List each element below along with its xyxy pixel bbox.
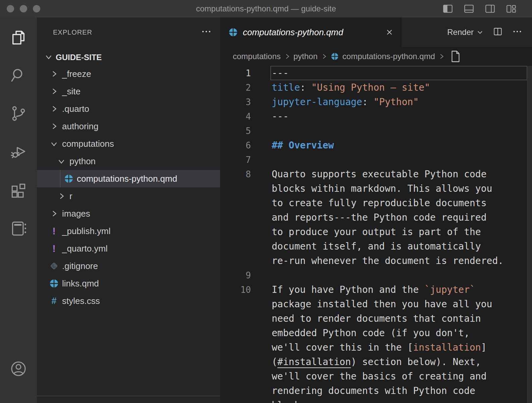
tree-item-styles-css[interactable]: #styles.css [37,292,220,310]
tree-item--quarto-yml[interactable]: !_quarto.yml [37,240,220,257]
code-row[interactable]: (#installation) section below). Next, [220,355,532,369]
code-row[interactable]: 3jupyter-language: "Python" [220,95,532,109]
line-number: 10 [220,285,272,295]
close-icon[interactable] [385,28,394,37]
code-row[interactable]: rendering documents with Python code [220,384,532,398]
code-row[interactable]: to produce your output is part of the [220,225,532,239]
tree-item-r[interactable]: r [37,187,220,205]
code-text: "Using Python — site" [311,82,430,93]
code-row[interactable]: 8Quarto supports executable Python code [220,167,532,181]
chevron-right-icon [438,53,445,60]
code-row[interactable]: 2title: "Using Python — site" [220,80,532,95]
code-text: embedded Python code (if you don't, [272,327,470,339]
line-number: 6 [220,140,272,150]
tree-item-label: computations [62,139,114,149]
code-row[interactable]: re-run whenever the document is rendered… [220,254,532,268]
line-number: 3 [220,97,272,107]
code-text: --- [272,111,289,122]
code-text: installation [413,342,481,353]
code-row[interactable]: 4--- [220,109,532,124]
account-icon[interactable] [9,359,28,378]
code-row[interactable]: blocks. [220,398,532,403]
toggle-panel-icon[interactable] [463,3,475,15]
code-text: ] [481,342,487,353]
breadcrumb-item-python[interactable]: python [294,52,318,61]
file-tree: _freeze_site.quartoauthoringcomputations… [37,65,220,310]
code-text: `jupyter` [424,284,475,295]
tree-section-guide-site[interactable]: GUIDE-SITE [37,50,220,65]
code-text: ## Overview [272,140,334,151]
explorer-more-actions-icon[interactable] [201,26,212,39]
minimize-button[interactable] [20,5,27,12]
editor-scrollbar[interactable] [527,66,532,403]
code-row[interactable]: to create fully reproducible documents [220,196,532,210]
tab-computations-python[interactable]: computations-python.qmd [220,17,402,47]
tree-item-python[interactable]: python [37,152,220,170]
search-icon[interactable] [9,66,28,85]
line-number: 9 [220,270,272,280]
code-row[interactable]: blocks within markdown. This allows you [220,181,532,196]
source-control-icon[interactable] [9,104,28,123]
close-button[interactable] [7,5,14,12]
quarto-icon [330,52,339,61]
code-row[interactable]: 7 [220,152,532,167]
code-text: document itself, and is automatically [272,241,481,252]
code-row[interactable]: need to render documents that contain [220,311,532,326]
tree-item--gitignore[interactable]: .gitignore [37,257,220,275]
code-text: "Python" [373,96,419,107]
tree-item-images[interactable]: images [37,205,220,222]
git-file-icon [49,261,59,271]
code-row[interactable]: 10If you have Python and the `jupyter` [220,282,532,297]
toggle-primary-sidebar-icon[interactable] [442,3,454,15]
tree-item--publish-yml[interactable]: !_publish.yml [37,222,220,240]
code-row[interactable]: 5 [220,124,532,138]
tree-item-computations-python-qmd[interactable]: computations-python.qmd [37,170,220,187]
code-text: to create fully reproducible documents [272,197,487,209]
line-number: 4 [220,111,272,122]
code-row[interactable]: we'll cover this in the [installation] [220,340,532,355]
render-button[interactable]: Render [447,28,484,37]
line-number: 8 [220,169,272,179]
breadcrumb-item-computations[interactable]: computations [233,52,281,61]
tab-bar: computations-python.qmd Render [220,17,532,47]
code-row[interactable]: package installed then you have all you [220,297,532,311]
code-row[interactable]: embedded Python code (if you don't, [220,326,532,340]
tree-item-links-qmd[interactable]: links.qmd [37,275,220,292]
zoom-button[interactable] [33,5,40,12]
manage-gear-icon[interactable] [9,401,28,403]
code-row[interactable]: document itself, and is automatically [220,239,532,254]
code-row[interactable]: 1--- [220,66,532,80]
notebook-icon[interactable] [9,219,28,238]
chevron-right-icon [49,209,59,219]
code-row[interactable]: and reports---the Python code required [220,210,532,225]
toggle-secondary-sidebar-icon[interactable] [484,3,496,15]
chevron-right-icon [49,104,59,114]
breadcrumb-item-computations-python-qmd[interactable]: computations-python.qmd [342,52,435,61]
customize-layout-icon[interactable] [505,3,517,15]
activity-bar [0,17,37,403]
extensions-icon[interactable] [9,181,28,199]
tree-item--freeze[interactable]: _freeze [37,65,220,83]
quarto-icon [228,27,238,37]
chevron-down-icon [49,139,59,149]
tree-item-authoring[interactable]: authoring [37,118,220,135]
chevron-right-icon [283,53,291,60]
tree-item--quarto[interactable]: .quarto [37,100,220,118]
tab-label: computations-python.qmd [243,27,343,38]
code-row[interactable]: 6## Overview [220,138,532,152]
tree-item--site[interactable]: _site [37,83,220,100]
code-row[interactable]: we'll cover the basics of creating and [220,369,532,384]
explorer-icon[interactable] [9,28,28,47]
more-actions-icon[interactable] [512,26,523,38]
line-number: 1 [220,68,272,78]
css-file-icon: # [49,296,59,306]
run-and-debug-icon[interactable] [9,142,28,161]
outline-section-header[interactable]: OUTLINE [37,396,220,403]
split-editor-icon[interactable] [492,26,503,38]
tree-item-label: links.qmd [62,278,99,289]
line-number: 5 [220,126,272,136]
layout-actions [442,3,532,15]
code-row[interactable]: 9 [220,268,532,282]
code-lines[interactable]: 1---2title: "Using Python — site"3jupyte… [220,66,532,403]
tree-item-computations[interactable]: computations [37,135,220,152]
